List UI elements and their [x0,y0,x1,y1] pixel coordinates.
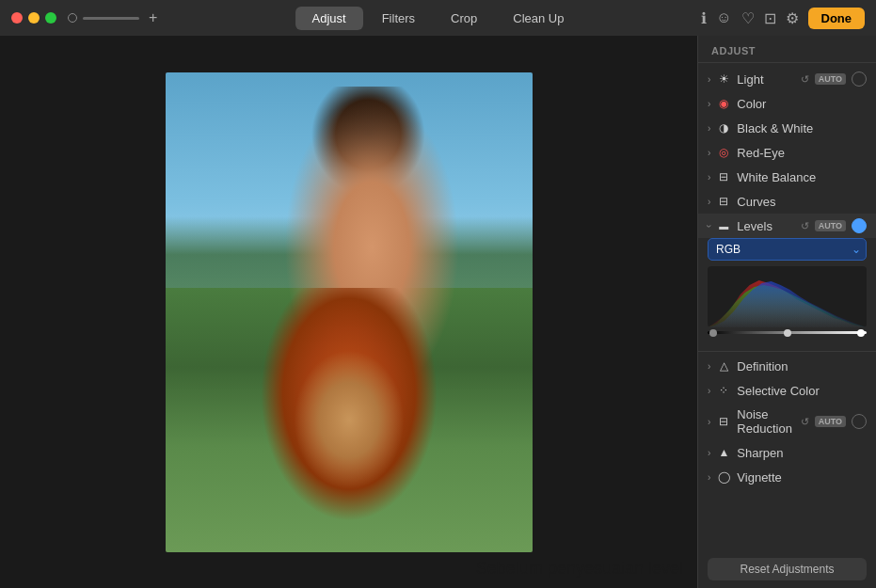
adjust-item-levels[interactable]: › ▬ Levels ↺ AUTO [698,214,876,238]
tab-cleanup[interactable]: Clean Up [496,7,581,30]
add-button[interactable]: + [149,9,157,26]
close-button[interactable] [11,12,23,24]
noise-label: Noise Reduction [737,407,794,436]
adjust-item-bw[interactable]: › ◑ Black & White [698,116,876,140]
panel-header: ADJUST [698,36,876,63]
chevron-curves: › [708,197,710,207]
rgb-dropdown-wrapper: RGB Red Green Blue Luminance ⌄ [708,238,867,261]
titlebar-right: ℹ ☺ ♡ ⊡ ⚙ Done [701,8,865,29]
levels-label: Levels [737,219,794,233]
redeye-label: Red-Eye [737,146,867,160]
minimize-button[interactable] [28,12,40,24]
tab-filters[interactable]: Filters [365,7,432,30]
auto-light-badge[interactable]: AUTO [815,73,846,85]
chevron-sharpen: › [708,448,710,458]
redeye-icon: ◎ [716,145,731,160]
bw-icon: ◑ [716,120,731,135]
auto-levels-badge[interactable]: AUTO [815,220,846,231]
color-icon: ◉ [716,96,731,111]
channel-select[interactable]: RGB Red Green Blue Luminance [708,238,867,261]
curves-icon: ⊟ [716,194,731,209]
selective-icon: ⁘ [716,383,731,398]
adjust-item-noise[interactable]: › ⊟ Noise Reduction ↺ AUTO [698,403,876,440]
reset-light-icon: ↺ [801,73,809,86]
light-toggle[interactable] [852,72,867,87]
reset-levels-icon: ↺ [801,220,809,232]
chevron-bw: › [708,123,710,134]
adjust-item-selective[interactable]: › ⁘ Selective Color [698,378,876,403]
light-label: Light [737,72,794,87]
main-content: ADJUST › ☀ Light ↺ AUTO › ◉ Color › ◑ [0,36,876,588]
adjust-item-definition[interactable]: › △ Definition [698,354,876,378]
adjust-item-vignette[interactable]: › ◯ Vignette [698,465,876,489]
chevron-light: › [708,74,710,85]
photo-scene [166,72,533,552]
done-button[interactable]: Done [808,8,866,29]
tab-adjust[interactable]: Adjust [295,7,363,30]
chevron-color: › [708,99,710,109]
heart-icon[interactable]: ♡ [741,9,755,27]
levels-handle-black[interactable] [709,329,717,337]
chevron-redeye: › [708,148,710,158]
tab-crop[interactable]: Crop [434,7,494,30]
reset-adjustments-button[interactable]: Reset Adjustments [708,558,867,580]
selective-label: Selective Color [737,384,867,398]
definition-label: Definition [737,359,867,373]
levels-slider-track[interactable] [708,331,867,334]
chevron-levels: › [704,224,714,227]
adjust-item-wb[interactable]: › ⊟ White Balance [698,165,876,189]
right-panel: ADJUST › ☀ Light ↺ AUTO › ◉ Color › ◑ [697,36,876,588]
photo-area [0,36,697,588]
color-label: Color [737,97,867,111]
levels-section: RGB Red Green Blue Luminance ⌄ [698,238,876,349]
adjust-item-curves[interactable]: › ⊟ Curves [698,189,876,214]
share-icon[interactable]: ⊡ [764,9,776,27]
sharpen-label: Sharpen [737,446,867,460]
brightness-icon [68,13,77,23]
adjust-list: › ☀ Light ↺ AUTO › ◉ Color › ◑ Black & W… [698,63,876,493]
chevron-definition: › [708,361,710,372]
levels-toggle[interactable] [852,218,867,233]
nav-tabs: Adjust Filters Crop Clean Up [295,7,581,30]
adjust-item-color[interactable]: › ◉ Color [698,91,876,116]
wb-label: White Balance [737,170,867,184]
definition-icon: △ [716,358,731,373]
brightness-slider-area: + [68,9,157,26]
photo-container [166,72,533,552]
adjust-item-light[interactable]: › ☀ Light ↺ AUTO [698,67,876,91]
emoji-icon[interactable]: ☺ [716,9,731,26]
auto-noise-badge[interactable]: AUTO [815,416,846,427]
vignette-label: Vignette [737,470,867,485]
vignette-icon: ◯ [716,469,731,485]
light-icon: ☀ [716,72,731,87]
chevron-vignette: › [708,472,710,483]
levels-handle-white[interactable] [857,329,865,337]
photo-frame [166,72,533,552]
histogram-svg [708,266,867,327]
histogram [708,266,867,327]
reset-noise-icon: ↺ [801,416,809,428]
dog-layer [276,336,422,504]
levels-handle-mid[interactable] [784,329,791,337]
adjust-item-redeye[interactable]: › ◎ Red-Eye [698,140,876,165]
noise-toggle[interactable] [852,414,867,429]
adjust-item-sharpen[interactable]: › ▲ Sharpen [698,440,876,465]
blue-channel [708,281,867,327]
chevron-wb: › [708,172,710,183]
wb-icon: ⊟ [716,169,731,184]
traffic-lights [11,12,56,24]
info-icon[interactable]: ℹ [701,9,707,27]
bottom-caption: Sebelum penyesuaian level [476,559,683,579]
chevron-selective: › [708,386,710,396]
levels-icon: ▬ [716,218,731,233]
noise-icon: ⊟ [716,414,731,429]
divider-1 [698,351,876,352]
maximize-button[interactable] [45,12,56,24]
titlebar: + Adjust Filters Crop Clean Up ℹ ☺ ♡ ⊡ ⚙… [0,0,876,36]
bw-label: Black & White [737,121,867,135]
sharpen-icon: ▲ [716,445,731,460]
curves-label: Curves [737,195,867,209]
chevron-noise: › [708,417,710,427]
brightness-track[interactable] [83,17,139,20]
settings-icon[interactable]: ⚙ [786,9,799,27]
